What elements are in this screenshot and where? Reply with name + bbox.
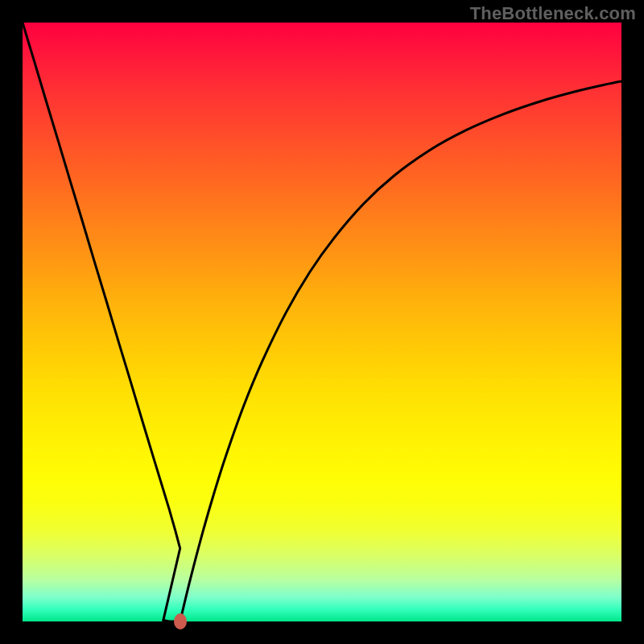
curve-left-branch	[23, 23, 180, 621]
minimum-point-marker	[174, 613, 187, 630]
bottleneck-curve	[23, 23, 621, 621]
chart-frame: TheBottleneck.com	[0, 0, 644, 644]
watermark-text: TheBottleneck.com	[470, 3, 636, 24]
curve-right-branch	[180, 81, 621, 621]
